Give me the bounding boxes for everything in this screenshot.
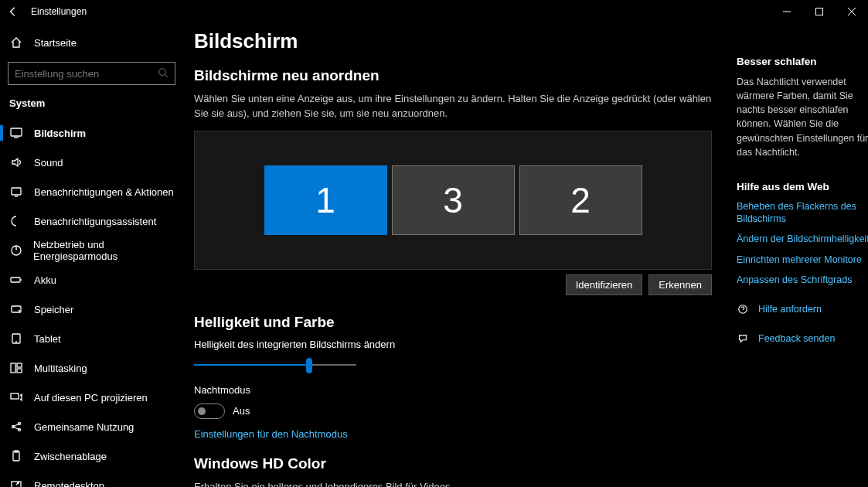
sleep-heading: Besser schlafen [737, 56, 868, 67]
svg-rect-12 [11, 393, 19, 399]
sidebar-item-sound[interactable]: Sound [0, 148, 183, 177]
close-button[interactable] [836, 0, 868, 23]
feedback-icon [737, 333, 749, 344]
sidebar-item-label: Bildschirm [34, 128, 86, 139]
window-title: Einstellungen [31, 6, 87, 17]
sidebar-item-label: Zwischenablage [34, 451, 107, 462]
sidebar-item-remote[interactable]: Remotedesktop [0, 471, 183, 487]
display-arrangement[interactable]: 132 [194, 131, 712, 270]
sidebar-item-label: Benachrichtigungen & Aktionen [34, 186, 174, 198]
get-help[interactable]: Hilfe anfordern [737, 303, 868, 315]
titlebar: Einstellungen [0, 0, 868, 23]
sidebar-item-monitor[interactable]: Bildschirm [0, 118, 183, 148]
help-link[interactable]: Ändern der Bildschirmhelligkeit [737, 233, 868, 245]
home-icon [9, 36, 23, 49]
maximize-button[interactable] [803, 0, 836, 23]
section-label: System [0, 91, 183, 118]
sidebar-item-label: Remotedesktop [34, 480, 104, 488]
rearrange-desc: Wählen Sie unten eine Anzeige aus, um ih… [194, 92, 712, 121]
sidebar-item-label: Gemeinsame Nutzung [34, 421, 134, 433]
sidebar-item-label: Akku [34, 274, 56, 286]
help-link[interactable]: Beheben des Flackerns des Bildschirms [737, 200, 868, 226]
focus-icon [9, 215, 23, 227]
svg-rect-3 [12, 188, 21, 195]
svg-rect-9 [11, 363, 15, 373]
help-link[interactable]: Anpassen des Schriftgrads [737, 274, 868, 286]
back-button[interactable] [8, 6, 25, 17]
sidebar-item-notifications[interactable]: Benachrichtigungen & Aktionen [0, 177, 183, 206]
svg-rect-10 [17, 363, 22, 367]
share-icon [9, 421, 23, 433]
nightmode-state: Aus [233, 405, 250, 417]
sidebar-item-battery[interactable]: Akku [0, 265, 183, 295]
clipboard-icon [9, 450, 23, 462]
rearrange-heading: Bildschirme neu anordnen [194, 67, 712, 84]
sidebar-item-label: Auf diesen PC projizieren [34, 392, 148, 404]
minimize-button[interactable] [771, 0, 803, 23]
svg-rect-5 [11, 278, 20, 282]
sidebar-item-tablet[interactable]: Tablet [0, 324, 183, 353]
brightness-heading: Helligkeit und Farbe [194, 314, 712, 331]
brightness-slider[interactable] [194, 358, 356, 373]
sidebar: Startseite System BildschirmSoundBenachr… [0, 23, 183, 487]
svg-point-1 [159, 68, 166, 75]
power-icon [9, 244, 22, 257]
right-column: Besser schlafen Das Nachtlicht verwendet… [734, 23, 868, 487]
svg-point-7 [19, 311, 20, 312]
sidebar-item-power[interactable]: Netzbetrieb und Energiesparmodus [0, 236, 183, 265]
search-field[interactable] [15, 68, 146, 80]
monitor-3[interactable]: 3 [392, 165, 515, 235]
webhelp-heading: Hilfe aus dem Web [737, 181, 868, 192]
notifications-icon [9, 186, 23, 198]
multitask-icon [9, 362, 23, 374]
sidebar-item-share[interactable]: Gemeinsame Nutzung [0, 412, 183, 441]
hdr-desc: Erhalten Sie ein helleres und lebendiger… [194, 480, 472, 487]
sidebar-item-storage[interactable]: Speicher [0, 295, 183, 324]
sound-icon [9, 156, 23, 169]
give-feedback[interactable]: Feedback senden [737, 332, 868, 345]
home-label: Startseite [34, 37, 77, 49]
storage-icon [9, 303, 23, 315]
search-input[interactable] [8, 62, 175, 85]
battery-icon [9, 274, 23, 286]
home-button[interactable]: Startseite [0, 28, 183, 57]
sidebar-item-focus[interactable]: Benachrichtigungsassistent [0, 206, 183, 236]
sidebar-item-project[interactable]: Auf diesen PC projizieren [0, 383, 183, 412]
sleep-desc: Das Nachtlicht verwendet wärmere Farben,… [737, 75, 868, 159]
svg-rect-11 [17, 369, 22, 373]
nightmode-label: Nachtmodus [194, 384, 712, 396]
detect-button[interactable]: Erkennen [648, 274, 712, 295]
hdr-heading: Windows HD Color [194, 455, 712, 472]
nightmode-toggle[interactable] [194, 404, 225, 419]
sidebar-item-label: Benachrichtigungsassistent [34, 216, 156, 227]
svg-rect-2 [11, 128, 22, 136]
help-link[interactable]: Einrichten mehrerer Monitore [737, 254, 868, 266]
sidebar-item-clipboard[interactable]: Zwischenablage [0, 441, 183, 471]
sidebar-item-label: Multitasking [34, 363, 87, 374]
sidebar-item-label: Speicher [34, 304, 73, 315]
get-help-label: Hilfe anfordern [758, 303, 822, 315]
monitor-icon [9, 127, 23, 139]
search-icon [158, 67, 168, 80]
remote-icon [9, 479, 23, 487]
sidebar-item-multitask[interactable]: Multitasking [0, 353, 183, 383]
nightmode-settings-link[interactable]: Einstellungen für den Nachtmodus [194, 428, 712, 440]
main-content: Bildschirm Bildschirme neu anordnen Wähl… [183, 23, 734, 487]
monitor-2[interactable]: 2 [519, 165, 642, 235]
identify-button[interactable]: Identifizieren [566, 274, 643, 295]
brightness-slider-label: Helligkeit des integrierten Bildschirms … [194, 339, 712, 350]
project-icon [9, 391, 23, 404]
page-title: Bildschirm [194, 29, 712, 53]
svg-rect-16 [13, 451, 19, 461]
sidebar-item-label: Sound [34, 157, 63, 169]
sidebar-item-label: Netzbetrieb und Energiesparmodus [33, 239, 183, 262]
give-feedback-label: Feedback senden [758, 332, 835, 345]
monitor-1[interactable]: 1 [264, 165, 387, 235]
help-icon [737, 304, 749, 315]
svg-rect-0 [816, 9, 823, 15]
sidebar-item-label: Tablet [34, 333, 61, 345]
tablet-icon [9, 332, 23, 345]
